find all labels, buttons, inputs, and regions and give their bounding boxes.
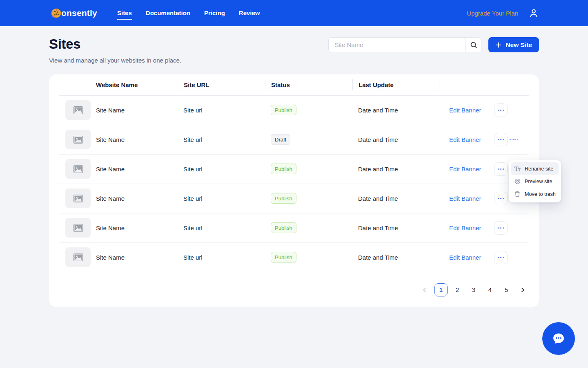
thumb-cell — [59, 218, 96, 238]
site-name: Site Name — [96, 136, 178, 143]
site-thumbnail — [65, 100, 91, 120]
last-update: Date and Time — [352, 136, 439, 143]
pagination-page-1[interactable]: 2 — [451, 283, 464, 296]
table-row-5: Site Name Site url Publish Date and Time… — [59, 243, 529, 272]
image-placeholder-icon — [73, 106, 83, 114]
status-badge: Publish — [271, 252, 296, 263]
pagination-page-4[interactable]: 5 — [500, 283, 513, 296]
image-placeholder-icon — [73, 165, 83, 173]
image-placeholder-icon — [73, 194, 83, 203]
last-update: Date and Time — [352, 166, 439, 173]
menu-item-preview-site[interactable]: Preview site — [511, 175, 559, 188]
nav-item-3[interactable]: Review — [239, 7, 260, 20]
site-url: Site url — [178, 166, 265, 173]
status-cell: Draft — [265, 134, 352, 145]
column-site-url: Site URL — [178, 79, 265, 90]
last-update: Date and Time — [352, 195, 439, 202]
cookie-icon — [50, 7, 62, 19]
actions-cell: Edit Banner — [439, 103, 529, 117]
actions-cell: Edit Banner — [439, 133, 529, 146]
upgrade-plan-link[interactable]: Upgrade Your Plan — [467, 10, 518, 17]
page-head: Sites View and manage all your websites … — [49, 37, 539, 64]
nav-item-2[interactable]: Pricing — [204, 7, 225, 20]
last-update: Date and Time — [352, 224, 439, 231]
site-name: Site Name — [96, 166, 178, 173]
pagination-next-button[interactable] — [516, 283, 529, 296]
status-cell: Publish — [265, 193, 352, 204]
plus-icon — [495, 42, 502, 48]
menu-item-rename-site[interactable]: Rename site — [511, 162, 559, 175]
thumb-cell — [59, 130, 96, 149]
pagination-page-3[interactable]: 4 — [483, 283, 497, 296]
nav-item-1[interactable]: Documentation — [146, 7, 190, 20]
pagination-page-0[interactable]: 1 — [434, 283, 448, 296]
status-cell: Publish — [265, 222, 352, 233]
row-menu-button[interactable] — [494, 133, 508, 146]
last-update: Date and Time — [352, 254, 439, 261]
row-menu-button[interactable] — [494, 192, 508, 205]
app-logo[interactable]: onsently — [50, 7, 97, 19]
new-site-button[interactable]: New Site — [488, 37, 539, 52]
edit-banner-link[interactable]: Edit Banner — [449, 136, 481, 143]
site-url: Site url — [178, 224, 265, 231]
table-row-3: Site Name Site url Publish Date and Time… — [59, 184, 529, 213]
status-badge: Publish — [271, 164, 296, 174]
column-website-name: Website Name — [96, 81, 178, 88]
row-menu-button[interactable] — [494, 251, 508, 264]
search-input[interactable] — [329, 38, 466, 52]
pagination-page-2[interactable]: 3 — [467, 283, 480, 296]
image-placeholder-icon — [73, 135, 83, 144]
ellipsis-icon — [498, 139, 499, 140]
menu-focus-dots — [510, 139, 518, 140]
thumb-cell — [59, 100, 96, 120]
menu-item-label: Preview site — [525, 179, 552, 184]
table-row-1: Site Name Site url Draft Date and Time E… — [59, 125, 529, 155]
status-cell: Publish — [265, 164, 352, 174]
edit-banner-link[interactable]: Edit Banner — [449, 224, 481, 231]
main-nav: Sites Documentation Pricing Review — [117, 7, 260, 20]
app-header: onsently Sites Documentation Pricing Rev… — [0, 0, 588, 26]
eye-icon — [514, 178, 521, 184]
site-thumbnail — [65, 130, 91, 149]
column-actions — [439, 79, 529, 90]
site-url: Site url — [178, 195, 265, 202]
row-menu-button[interactable] — [494, 162, 508, 176]
edit-banner-link[interactable]: Edit Banner — [449, 166, 481, 173]
status-cell: Publish — [265, 252, 352, 263]
page-title: Sites — [49, 37, 181, 52]
site-name: Site Name — [96, 254, 178, 261]
actions-cell: Edit Banner — [439, 251, 529, 264]
page-subtitle: View and manage all your websites in one… — [49, 57, 181, 64]
status-badge: Publish — [271, 193, 296, 204]
menu-item-label: Move to trash — [525, 191, 556, 197]
edit-banner-link[interactable]: Edit Banner — [449, 107, 481, 114]
ellipsis-icon — [498, 110, 499, 111]
status-badge: Publish — [271, 222, 296, 233]
thumb-cell — [59, 188, 96, 208]
actions-cell: Edit Banner — [439, 221, 529, 235]
edit-banner-link[interactable]: Edit Banner — [449, 254, 481, 261]
ellipsis-icon — [498, 227, 499, 229]
site-url: Site url — [178, 254, 265, 261]
search-icon — [470, 41, 477, 49]
nav-item-0[interactable]: Sites — [117, 7, 132, 20]
search-button[interactable] — [466, 38, 481, 52]
status-badge: Publish — [271, 105, 296, 115]
status-cell: Publish — [265, 105, 352, 115]
row-menu-button[interactable] — [494, 221, 508, 235]
table-row-0: Site Name Site url Publish Date and Time… — [59, 96, 529, 125]
menu-item-move-to-trash[interactable]: Move to trash — [511, 188, 559, 200]
pagination-prev-button[interactable] — [418, 283, 431, 296]
site-thumbnail — [65, 159, 91, 179]
chevron-right-icon — [520, 287, 526, 293]
table-row-4: Site Name Site url Publish Date and Time… — [59, 213, 529, 243]
row-menu-button[interactable] — [494, 103, 508, 117]
column-status: Status — [265, 79, 352, 90]
chat-widget-button[interactable] — [542, 322, 575, 355]
edit-banner-link[interactable]: Edit Banner — [449, 195, 481, 202]
site-name: Site Name — [96, 107, 178, 114]
table-header-row: Website Name Site URL Status Last Update — [59, 74, 529, 96]
menu-item-label: Rename site — [525, 166, 553, 172]
site-thumbnail — [65, 188, 91, 208]
user-account-button[interactable] — [528, 8, 539, 18]
